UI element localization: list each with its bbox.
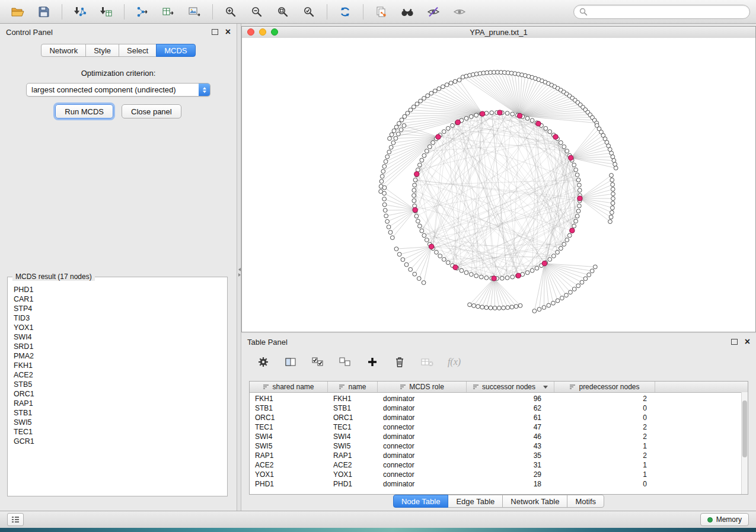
function-builder-button-disabled[interactable]: f(x)	[446, 354, 462, 370]
close-panel-icon[interactable]: ×	[225, 27, 231, 37]
table-row[interactable]: SWI4SWI4dominator462	[250, 432, 748, 441]
minimize-window-button[interactable]	[259, 28, 266, 36]
tab-node-table[interactable]: Node Table	[393, 495, 449, 508]
close-panel-button[interactable]: Close panel	[122, 104, 181, 118]
toolbar-separator	[124, 4, 125, 20]
tab-mcds[interactable]: MCDS	[156, 44, 195, 57]
table-cell: YOX1	[250, 470, 328, 479]
close-table-panel-icon[interactable]: ×	[745, 337, 750, 347]
network-canvas[interactable]	[242, 38, 755, 332]
mcds-result-item[interactable]: STB1	[14, 408, 227, 418]
toolbar-separator	[212, 4, 213, 20]
mcds-result-item[interactable]: ORC1	[14, 389, 227, 399]
float-table-panel-icon[interactable]	[731, 339, 738, 345]
refresh-layout-button[interactable]	[333, 2, 357, 21]
mcds-result-item[interactable]: ACE2	[14, 370, 227, 380]
zoom-fit-button[interactable]	[271, 2, 295, 21]
mcds-result-item[interactable]: CAR1	[14, 294, 227, 304]
criterion-dropdown[interactable]: largest connected component (undirected)	[26, 83, 210, 97]
clear-table-button-disabled[interactable]	[419, 354, 435, 370]
tab-motifs[interactable]: Motifs	[567, 495, 604, 508]
export-network-button[interactable]	[130, 2, 154, 21]
zoom-out-button[interactable]	[245, 2, 269, 21]
search-box[interactable]	[573, 5, 750, 19]
search-input[interactable]	[591, 7, 744, 17]
vertical-splitter[interactable]	[237, 24, 241, 511]
mcds-result-item[interactable]: SWI4	[14, 332, 227, 342]
mcds-result-item[interactable]: PHD1	[14, 285, 227, 294]
panel-menu-button[interactable]	[7, 513, 24, 526]
binoculars-icon	[400, 6, 414, 18]
copy-style-button[interactable]	[369, 2, 393, 21]
zoom-selected-button[interactable]	[297, 2, 321, 21]
mcds-result-item[interactable]: TEC1	[14, 427, 227, 437]
tab-network[interactable]: Network	[41, 44, 86, 57]
float-panel-icon[interactable]	[212, 29, 218, 35]
table-row[interactable]: SWI5SWI5connector431	[250, 441, 748, 451]
maximize-window-button[interactable]	[271, 28, 278, 36]
zoom-in-button[interactable]	[219, 2, 243, 21]
mcds-result-item[interactable]: SWI5	[14, 418, 227, 427]
table-row[interactable]: YOX1YOX1connector291	[250, 470, 748, 479]
export-image-button[interactable]	[183, 2, 206, 21]
deselect-all-rows-button[interactable]	[337, 354, 353, 370]
run-mcds-button[interactable]: Run MCDS	[55, 104, 113, 118]
table-row[interactable]: TEC1TEC1connector472	[250, 422, 748, 432]
column-header-name[interactable]: name	[328, 382, 378, 392]
mcds-result-item[interactable]: TID3	[14, 313, 227, 323]
search-network-button[interactable]	[395, 2, 419, 21]
table-panel-title: Table Panel	[247, 338, 288, 347]
network-window-titlebar[interactable]: YPA_prune.txt_1	[242, 27, 755, 39]
mcds-result-item[interactable]: RAP1	[14, 399, 227, 408]
mcds-result-item[interactable]: FKH1	[14, 361, 227, 370]
memory-button[interactable]: Memory	[700, 513, 749, 526]
mcds-result-item[interactable]: STP4	[14, 304, 227, 313]
table-cell: 0	[554, 479, 655, 489]
tab-network-table[interactable]: Network Table	[502, 495, 567, 508]
table-scrollbar-thumb[interactable]	[742, 400, 747, 457]
mcds-result-item[interactable]: PMA2	[14, 351, 227, 361]
floppy-disk-icon	[38, 6, 50, 18]
table-row[interactable]: PHD1PHD1dominator180	[250, 479, 748, 489]
close-window-button[interactable]	[247, 28, 254, 36]
table-scrollbar[interactable]	[741, 392, 748, 494]
table-row[interactable]: ORC1ORC1dominator610	[250, 413, 748, 422]
import-network-button[interactable]	[68, 2, 92, 21]
show-hide-graphics-button[interactable]	[448, 2, 471, 21]
zoom-out-icon	[251, 6, 263, 18]
splitter-handle-icon[interactable]	[238, 265, 241, 278]
table-cell: ORC1	[250, 413, 328, 422]
checked-boxes-icon	[311, 357, 324, 367]
import-table-button[interactable]	[94, 2, 118, 21]
delete-column-button[interactable]	[392, 354, 407, 370]
mcds-result-item[interactable]: GCR1	[14, 437, 227, 446]
export-table-button[interactable]	[157, 2, 180, 21]
table-cell: 1	[554, 470, 655, 479]
tab-select[interactable]: Select	[119, 44, 157, 57]
annotation-mode-button[interactable]	[422, 2, 445, 21]
table-cell: dominator	[378, 403, 467, 413]
table-settings-button[interactable]	[256, 354, 271, 370]
tab-style[interactable]: Style	[85, 44, 119, 57]
column-header-mcds-role[interactable]: MCDS role	[378, 382, 467, 392]
sort-icon	[473, 384, 479, 390]
table-row[interactable]: RAP1RAP1dominator352	[250, 451, 748, 460]
mcds-result-item[interactable]: SRD1	[14, 342, 227, 351]
select-all-rows-button[interactable]	[310, 354, 326, 370]
column-header-shared-name[interactable]: shared name	[250, 382, 328, 392]
table-row[interactable]: STB1STB1dominator620	[250, 403, 748, 413]
show-columns-button[interactable]	[283, 354, 298, 370]
mcds-result-item[interactable]: STB5	[14, 380, 227, 389]
table-row[interactable]: FKH1FKH1dominator962	[250, 394, 748, 403]
table-cell: 0	[554, 413, 655, 422]
column-header-successor-nodes[interactable]: successor nodes	[467, 382, 554, 392]
mcds-result-item[interactable]: YOX1	[14, 323, 227, 332]
open-file-button[interactable]	[6, 2, 30, 21]
tab-edge-table[interactable]: Edge Table	[448, 495, 503, 508]
table-row[interactable]: ACE2ACE2connector311	[250, 460, 748, 470]
table-cell: 31	[467, 460, 554, 470]
column-header-predecessor-nodes[interactable]: predecessor nodes	[554, 382, 655, 392]
add-column-button[interactable]	[365, 354, 380, 370]
table-panel-header: Table Panel ×	[241, 334, 756, 350]
save-button[interactable]	[32, 2, 56, 21]
